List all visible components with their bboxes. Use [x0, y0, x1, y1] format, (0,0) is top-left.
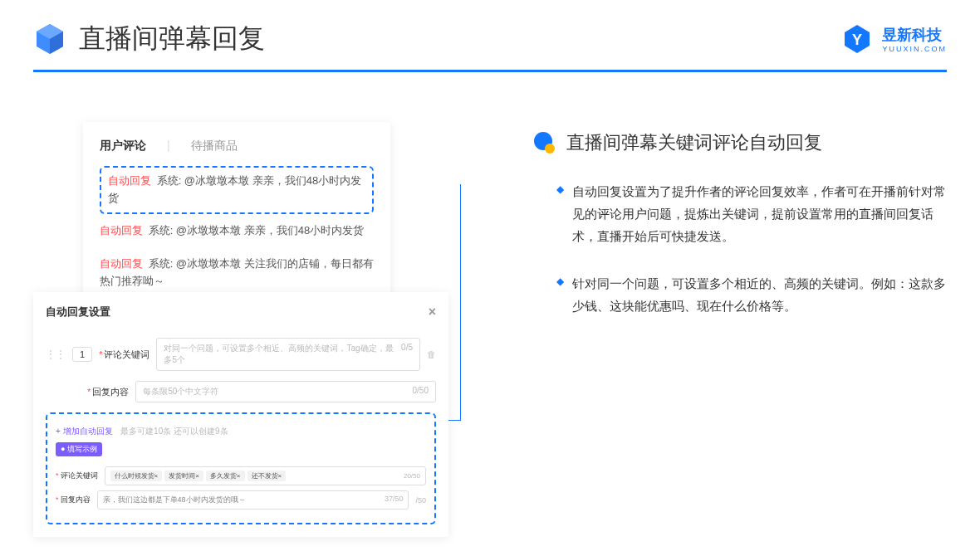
delete-icon[interactable]: 🗑 [427, 349, 436, 359]
bullet-text: 自动回复设置为了提升作者的评论回复效率，作者可在开播前针对常见的评论用户问题，提… [572, 180, 947, 247]
header-left: 直播间弹幕回复 [33, 21, 265, 57]
counter: 0/50 [413, 386, 429, 397]
keyword-label: *评论关键词 [99, 349, 149, 361]
form-row-keyword: ⋮⋮ 1 *评论关键词 对同一个问题，可设置多个相近、高频的关键词，Tag确定，… [46, 338, 436, 371]
close-icon[interactable]: × [429, 305, 436, 319]
example-badge: ● 填写示例 [56, 442, 102, 456]
right-panel: 直播间弹幕关键词评论自动回复 ◆ 自动回复设置为了提升作者的评论回复效率，作者可… [465, 122, 947, 342]
bullet-item: ◆ 针对同一个问题，可设置多个相近的、高频的关键词。例如：这款多少钱、这块能优惠… [532, 272, 947, 317]
example-section: + 增加自动回复 最多可建10条 还可以创建9条 ● 填写示例 *评论关键词 什… [46, 412, 436, 524]
comment-row: 自动回复 系统: @冰墩墩本墩 亲亲，我们48小时内发货 [108, 173, 365, 207]
add-auto-reply-link[interactable]: + 增加自动回复 [56, 427, 113, 436]
header: 直播间弹幕回复 Y 昱新科技 YUUXIN.COM [0, 0, 980, 70]
bullet-item: ◆ 自动回复设置为了提升作者的评论回复效率，作者可在开播前针对常见的评论用户问题… [532, 180, 947, 247]
auto-reply-label: 自动回复 [100, 224, 143, 236]
example-content-input[interactable]: 亲，我们这边都是下单48小时内发货的哦～ 37/50 [97, 490, 409, 510]
tab-products[interactable]: 待播商品 [191, 139, 238, 154]
tag[interactable]: 什么时候发货× [110, 471, 163, 481]
settings-header: 自动回复设置 × [46, 305, 436, 328]
header-right: Y 昱新科技 YUUXIN.COM [840, 22, 947, 56]
comment-row: 自动回复 系统: @冰墩墩本墩 亲亲，我们48小时内发货 [100, 214, 374, 248]
svg-text:Y: Y [852, 32, 862, 48]
highlight-row: 自动回复 系统: @冰墩墩本墩 亲亲，我们48小时内发货 [100, 166, 374, 214]
tag[interactable]: 发货时间× [164, 471, 203, 481]
row-number: 1 [72, 347, 92, 362]
comment-row: 自动回复 系统: @冰墩墩本墩 关注我们的店铺，每日都有热门推荐呦～ [100, 247, 374, 299]
diamond-icon: ◆ [556, 276, 564, 317]
add-hint: 最多可建10条 还可以创建9条 [120, 427, 228, 436]
settings-title: 自动回复设置 [46, 305, 110, 319]
diamond-icon: ◆ [556, 183, 564, 247]
content-label: *回复内容 [87, 386, 129, 398]
brand-sub: YUUXIN.COM [882, 45, 947, 53]
tab-comments[interactable]: 用户评论 [100, 139, 146, 154]
counter: 0/5 [401, 343, 413, 366]
brand-main: 昱新科技 [882, 25, 947, 45]
example-keyword-input[interactable]: 什么时候发货× 发货时间× 多久发货× 还不发货× 20/50 [105, 466, 426, 485]
tabs: 用户评论 | 待播商品 [100, 139, 374, 154]
cube-icon [33, 22, 66, 56]
ex-content-label: *回复内容 [56, 495, 91, 505]
placeholder: 对同一个问题，可设置多个相近、高频的关键词，Tag确定，最多5个 [164, 343, 401, 366]
counter: 37/50 [385, 495, 404, 505]
bullet-text: 针对同一个问题，可设置多个相近的、高频的关键词。例如：这款多少钱、这块能优惠吗、… [572, 272, 947, 317]
counter: 20/50 [404, 472, 420, 480]
brand-text: 昱新科技 YUUXIN.COM [882, 25, 947, 53]
settings-card: 自动回复设置 × ⋮⋮ 1 *评论关键词 对同一个问题，可设置多个相近、高频的关… [33, 292, 448, 537]
comments-card: 用户评论 | 待播商品 自动回复 系统: @冰墩墩本墩 亲亲，我们48小时内发货… [83, 122, 390, 315]
outer-counter: /50 [415, 496, 426, 505]
svg-point-6 [545, 144, 555, 154]
brand-icon: Y [840, 22, 874, 56]
ex-keyword-label: *评论关键词 [56, 471, 98, 481]
example-content-row: *回复内容 亲，我们这边都是下单48小时内发货的哦～ 37/50 /50 [56, 490, 426, 510]
comment-text: 系统: @冰墩墩本墩 亲亲，我们48小时内发货 [149, 224, 365, 236]
content-input[interactable]: 每条限50个中文字符 0/50 [135, 381, 436, 402]
page-title: 直播间弹幕回复 [79, 21, 265, 57]
tag[interactable]: 还不发货× [247, 471, 287, 481]
tab-divider: | [167, 139, 170, 154]
placeholder: 每条限50个中文字符 [143, 386, 218, 397]
keyword-input[interactable]: 对同一个问题，可设置多个相近、高频的关键词，Tag确定，最多5个 0/5 [156, 338, 420, 371]
left-panel: 用户评论 | 待播商品 自动回复 系统: @冰墩墩本墩 亲亲，我们48小时内发货… [33, 122, 465, 342]
bubble-icon [532, 130, 556, 155]
form-row-content: *回复内容 每条限50个中文字符 0/50 [46, 381, 436, 402]
auto-reply-label: 自动回复 [108, 174, 151, 187]
auto-reply-label: 自动回复 [100, 257, 143, 270]
drag-handle-icon[interactable]: ⋮⋮ [46, 349, 66, 360]
section-header: 直播间弹幕关键词评论自动回复 [532, 130, 947, 155]
section-title: 直播间弹幕关键词评论自动回复 [566, 130, 822, 155]
example-keyword-row: *评论关键词 什么时候发货× 发货时间× 多久发货× 还不发货× 20/50 [56, 466, 426, 485]
content-text: 亲，我们这边都是下单48小时内发货的哦～ [103, 495, 246, 505]
tag[interactable]: 多久发货× [206, 471, 245, 481]
